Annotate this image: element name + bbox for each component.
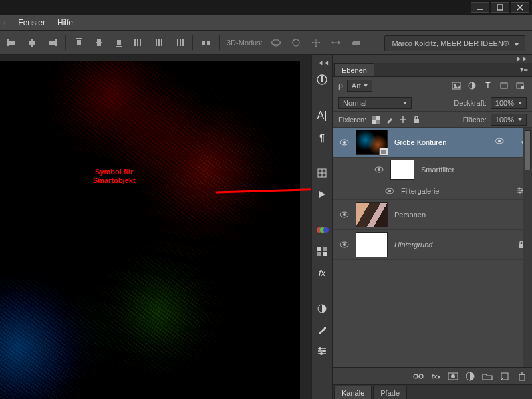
- grid-panel-icon[interactable]: [313, 165, 331, 181]
- adjustments-panel-icon[interactable]: [313, 301, 331, 317]
- styles-panel-icon[interactable]: [313, 243, 331, 259]
- new-layer-icon[interactable]: [499, 370, 511, 382]
- 3d-scale-icon[interactable]: [349, 36, 362, 49]
- layers-scrollbar[interactable]: [523, 128, 532, 367]
- layers-panel: ►► Ebenen ▾≡ ρ Art T Normal Deckk: [332, 55, 532, 399]
- align-center-h-icon[interactable]: [25, 36, 39, 49]
- paragraph-panel-icon[interactable]: ¶: [313, 129, 331, 145]
- tab-layers[interactable]: Ebenen: [334, 63, 374, 76]
- auto-align-icon[interactable]: [200, 36, 213, 49]
- filter-smart-icon[interactable]: [513, 80, 527, 92]
- window-maximize-button[interactable]: [491, 2, 509, 13]
- visibility-toggle-icon[interactable]: [340, 138, 349, 147]
- svg-rect-10: [76, 38, 82, 39]
- window-titlebar: [0, 0, 532, 15]
- properties-panel-icon[interactable]: [313, 343, 331, 359]
- adjustment-layer-icon[interactable]: [464, 370, 476, 382]
- layer-row[interactable]: Hintergrund: [333, 230, 532, 260]
- brush-panel-icon[interactable]: [313, 322, 331, 338]
- filter-kind-label: Art: [352, 82, 361, 90]
- visibility-toggle-icon[interactable]: [385, 186, 394, 196]
- svg-rect-23: [180, 39, 181, 46]
- distribute-left-icon[interactable]: [132, 36, 146, 49]
- window-minimize-button[interactable]: [471, 2, 489, 13]
- visibility-toggle-icon[interactable]: [340, 240, 349, 249]
- info-panel-icon[interactable]: [313, 72, 331, 88]
- layer-row[interactable]: Filtergalerie: [333, 182, 532, 200]
- svg-rect-19: [156, 39, 157, 46]
- svg-rect-14: [116, 46, 122, 47]
- visibility-toggle-icon[interactable]: [340, 210, 349, 219]
- layer-mask-icon[interactable]: [447, 370, 459, 382]
- svg-point-43: [323, 227, 329, 233]
- layer-thumbnail[interactable]: [356, 202, 388, 227]
- distribute-right-icon[interactable]: [172, 36, 186, 49]
- lock-position-icon[interactable]: [398, 115, 408, 124]
- svg-rect-1: [497, 5, 503, 10]
- 3d-pan-icon[interactable]: [309, 36, 323, 49]
- fx-panel-icon[interactable]: fx: [313, 265, 331, 281]
- 3d-roll-icon[interactable]: [289, 36, 303, 49]
- distribute-vcenter-icon[interactable]: [92, 36, 106, 49]
- svg-point-77: [519, 188, 521, 190]
- align-left-icon[interactable]: [5, 36, 19, 49]
- filter-kind-dropdown[interactable]: Art: [347, 80, 372, 92]
- swatches-panel-icon[interactable]: [313, 222, 331, 238]
- svg-rect-13: [97, 39, 101, 46]
- delete-layer-icon[interactable]: [516, 370, 528, 382]
- lock-pixels-icon[interactable]: [385, 115, 394, 124]
- tab-paths[interactable]: Pfade: [373, 386, 407, 399]
- layer-name: Filtergalerie: [401, 187, 509, 195]
- layer-row[interactable]: Personen: [333, 200, 532, 230]
- dock-collapse-button[interactable]: ◄◄: [312, 59, 332, 66]
- 3d-slide-icon[interactable]: [329, 36, 342, 49]
- layer-style-icon[interactable]: fx▾: [430, 370, 442, 382]
- smartfilter-mask-thumbnail[interactable]: [390, 160, 414, 180]
- panel-menu-button[interactable]: ▾≡: [520, 65, 528, 74]
- layer-row[interactable]: Smartfilter: [333, 158, 532, 182]
- workspace-label: Marco Kolditz, MEER DER IDEEN®: [392, 39, 509, 47]
- filter-pixel-icon[interactable]: [450, 80, 463, 92]
- align-right-icon[interactable]: [45, 36, 59, 49]
- divider: [65, 35, 66, 50]
- filter-adjust-icon[interactable]: [466, 80, 479, 92]
- blend-mode-dropdown[interactable]: Normal: [338, 97, 412, 109]
- filter-type-icons: T: [450, 80, 527, 92]
- distribute-hcenter-icon[interactable]: [152, 36, 166, 49]
- filter-visibility-icon[interactable]: [495, 138, 504, 147]
- menu-item-help[interactable]: Hilfe: [57, 18, 73, 27]
- lock-all-icon[interactable]: [412, 115, 421, 124]
- window-close-button[interactable]: [511, 2, 529, 13]
- opacity-input[interactable]: 100%: [491, 97, 527, 109]
- divider: [219, 35, 220, 50]
- lock-transparency-icon[interactable]: [372, 115, 381, 124]
- filter-type-icon[interactable]: T: [481, 80, 495, 92]
- scrollbar-thumb[interactable]: [525, 130, 531, 170]
- 3d-orbit-icon[interactable]: [269, 36, 283, 49]
- layer-row[interactable]: Grobe Konturen ▾: [333, 128, 532, 158]
- bottom-panel-tabbar: Kanäle Pfade: [333, 384, 532, 399]
- distribute-bottom-icon[interactable]: [112, 36, 126, 49]
- fill-input[interactable]: 100%: [491, 114, 527, 126]
- fill-value: 100%: [495, 116, 514, 124]
- actions-panel-icon[interactable]: [313, 186, 331, 202]
- panel-collapse-button[interactable]: ►►: [333, 55, 532, 63]
- menu-item-window[interactable]: Fenster: [18, 18, 45, 27]
- svg-point-67: [343, 141, 346, 144]
- document-canvas[interactable]: [0, 61, 299, 399]
- filter-shape-icon[interactable]: [497, 80, 511, 92]
- character-panel-icon[interactable]: A|: [313, 108, 331, 124]
- layer-group-icon[interactable]: [481, 370, 493, 382]
- layers-list: Grobe Konturen ▾ Smartfilter Filtergaler…: [333, 128, 532, 367]
- svg-point-54: [323, 350, 325, 352]
- link-layers-icon[interactable]: [412, 370, 424, 382]
- svg-rect-11: [77, 40, 81, 45]
- layer-thumbnail[interactable]: [356, 130, 388, 155]
- distribute-top-icon[interactable]: [72, 36, 86, 49]
- visibility-toggle-icon[interactable]: [374, 165, 384, 174]
- layer-thumbnail[interactable]: [356, 232, 388, 257]
- menu-item-cut[interactable]: t: [4, 18, 6, 27]
- workspace-switcher[interactable]: Marco Kolditz, MEER DER IDEEN®: [384, 35, 525, 51]
- svg-rect-64: [376, 120, 380, 124]
- tab-channels[interactable]: Kanäle: [334, 386, 372, 399]
